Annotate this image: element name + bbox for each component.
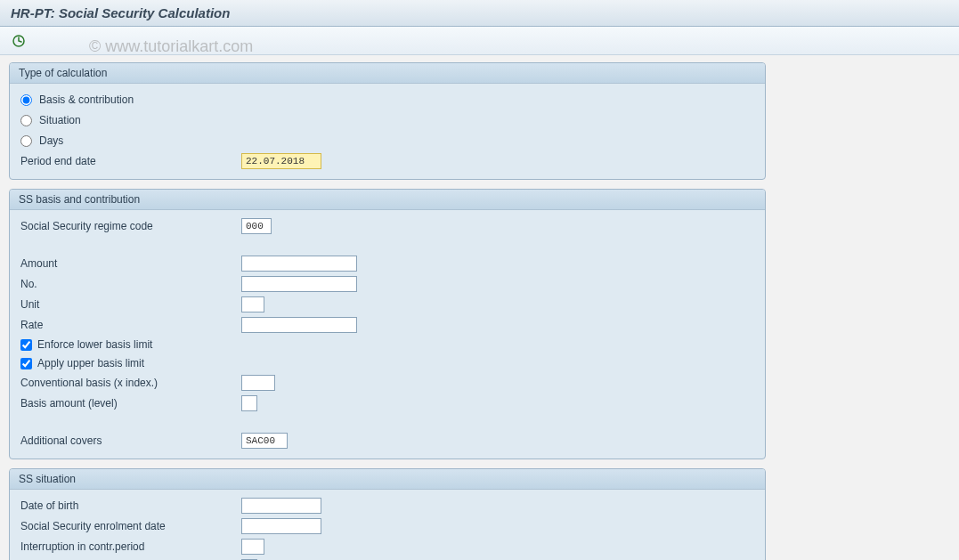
rate-label: Rate <box>19 319 241 331</box>
no-input[interactable] <box>241 276 357 292</box>
group-header-calc-type: Type of calculation <box>10 63 765 84</box>
additional-covers-label: Additional covers <box>19 434 241 447</box>
group-header-ss-basis: SS basis and contribution <box>10 190 765 210</box>
interruption-input[interactable] <box>241 539 264 555</box>
enforce-lower-label: Enforce lower basis limit <box>37 338 152 351</box>
content-area: Type of calculation Basis & contribution… <box>0 55 775 560</box>
basis-amount-input[interactable] <box>241 395 257 411</box>
enforce-lower-checkbox[interactable] <box>20 339 32 351</box>
conventional-basis-label: Conventional basis (x index.) <box>19 377 241 389</box>
radio-situation-label: Situation <box>37 114 81 126</box>
enrolment-label: Social Security enrolment date <box>19 520 241 532</box>
radio-basis-contribution[interactable] <box>20 94 32 106</box>
radio-basis-contribution-label: Basis & contribution <box>37 93 134 106</box>
period-end-date-label: Period end date <box>19 155 241 167</box>
regime-code-input[interactable] <box>241 218 272 234</box>
radio-days[interactable] <box>20 135 32 147</box>
group-ss-situation: SS situation Date of birth Social Securi… <box>9 468 766 560</box>
execute-icon <box>12 35 25 47</box>
dob-input[interactable] <box>241 498 321 514</box>
radio-situation[interactable] <box>20 115 32 126</box>
interruption-label: Interruption in contr.period <box>19 540 241 553</box>
conventional-basis-input[interactable] <box>241 375 275 391</box>
unit-label: Unit <box>19 298 241 311</box>
title-bar: HR-PT: Social Security Calculation <box>0 0 959 27</box>
regime-code-label: Social Security regime code <box>19 220 241 232</box>
period-end-date-input[interactable] <box>241 153 321 169</box>
amount-label: Amount <box>19 257 241 270</box>
group-header-ss-situation: SS situation <box>10 469 765 490</box>
page-title: HR-PT: Social Security Calculation <box>11 5 948 20</box>
basis-amount-label: Basis amount (level) <box>19 397 241 410</box>
enrolment-input[interactable] <box>241 518 321 534</box>
group-type-of-calculation: Type of calculation Basis & contribution… <box>9 62 766 180</box>
toolbar <box>0 27 959 55</box>
unit-input[interactable] <box>241 296 264 312</box>
dob-label: Date of birth <box>19 499 241 512</box>
group-ss-basis-contribution: SS basis and contribution Social Securit… <box>9 189 766 459</box>
execute-button[interactable] <box>9 31 28 51</box>
apply-upper-checkbox[interactable] <box>20 358 32 369</box>
rate-input[interactable] <box>241 317 357 333</box>
amount-input[interactable] <box>241 256 357 272</box>
apply-upper-label: Apply upper basis limit <box>37 357 144 369</box>
additional-covers-input[interactable] <box>241 433 288 449</box>
no-label: No. <box>19 278 241 290</box>
radio-days-label: Days <box>37 134 63 147</box>
